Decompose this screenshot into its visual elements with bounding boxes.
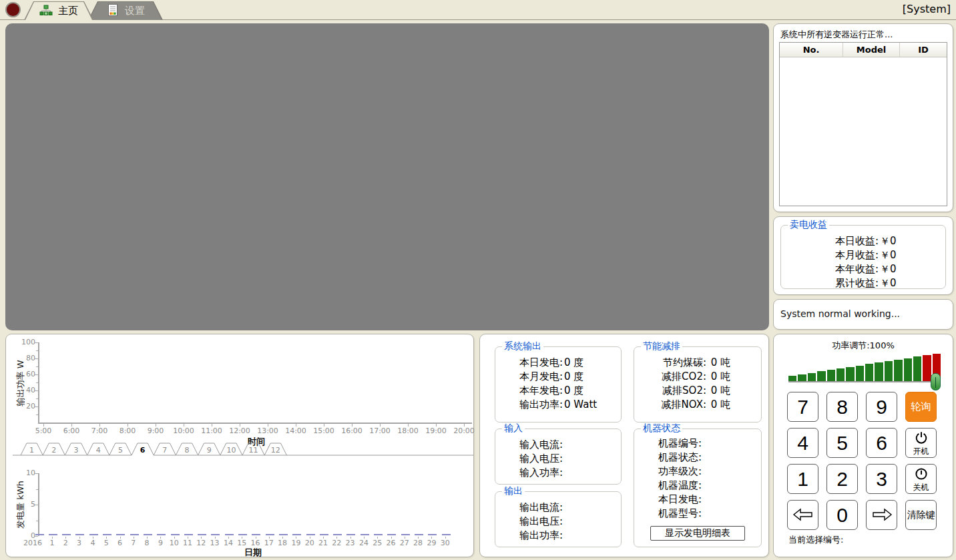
tab-home[interactable]: 主页 bbox=[24, 1, 93, 20]
chart2-y-tickmark bbox=[35, 505, 38, 505]
digit-1-button[interactable]: 1 bbox=[787, 464, 818, 494]
system-output-rows: 本日发电:0 度本月发电:0 度本年发电:0 度输出功率:0 Watt bbox=[495, 347, 621, 412]
chart2-x-tickmark bbox=[120, 537, 121, 539]
chart2-x-tick: 29 bbox=[425, 539, 438, 547]
chart2-x-tick: 13 bbox=[208, 539, 222, 547]
emission-rows: 节约煤碳: 0 吨减排CO2: 0 吨减排SO2: 0 吨减排NOX: 0 吨 bbox=[634, 347, 761, 412]
month-tab-label-9[interactable]: 9 bbox=[207, 446, 212, 455]
chart1-x-tickmark bbox=[184, 424, 184, 427]
power-slider-thumb[interactable] bbox=[931, 373, 941, 390]
month-tab-strip[interactable]: 123456789101112 bbox=[6, 441, 475, 457]
emission-title: 节能减排 bbox=[641, 340, 682, 352]
chart2-zero-bar bbox=[401, 534, 410, 535]
month-tab-label-11[interactable]: 11 bbox=[249, 446, 258, 455]
power-bar bbox=[827, 370, 835, 381]
chart2-x-tickmark bbox=[106, 537, 107, 539]
chart2-x-tick: 11 bbox=[181, 539, 194, 547]
digit-7-button[interactable]: 7 bbox=[787, 392, 818, 422]
chart2-zero-bar bbox=[442, 534, 451, 535]
month-tab-label-7[interactable]: 7 bbox=[162, 446, 167, 455]
field-label: 功率级次: bbox=[658, 465, 702, 479]
chart2-y-minortick bbox=[36, 521, 38, 521]
chart2-zero-bar bbox=[292, 534, 301, 535]
month-tab-label-3[interactable]: 3 bbox=[74, 446, 79, 455]
chart2-zero-bar bbox=[333, 534, 342, 535]
arrow-right-button[interactable] bbox=[866, 500, 897, 530]
arrow-right-icon bbox=[871, 504, 893, 527]
chart1-y-axis bbox=[38, 342, 39, 424]
tab-bar: 主页 设置 bbox=[24, 1, 163, 20]
field-row: 累计收益:￥0 bbox=[781, 276, 945, 290]
month-tab-label-6[interactable]: 6 bbox=[140, 446, 146, 455]
power-on-button[interactable]: 开机 bbox=[905, 428, 937, 458]
column-header-model[interactable]: Model bbox=[843, 43, 900, 57]
month-tab-label-12[interactable]: 12 bbox=[271, 446, 280, 455]
info-panel: 系统输出 本日发电:0 度本月发电:0 度本年发电:0 度输出功率:0 Watt… bbox=[479, 334, 769, 557]
digit-2-button[interactable]: 2 bbox=[826, 464, 858, 494]
field-value bbox=[563, 466, 564, 480]
field-row: 减排CO2: 0 吨 bbox=[634, 370, 761, 384]
chart1-x-axis bbox=[38, 423, 472, 424]
field-row: 本年收益:￥0 bbox=[781, 262, 945, 276]
digit-6-button[interactable]: 6 bbox=[866, 428, 897, 458]
field-value bbox=[702, 465, 703, 479]
month-tab-label-8[interactable]: 8 bbox=[185, 446, 190, 455]
chart2-y-axis bbox=[38, 473, 39, 536]
chart2-zero-bar bbox=[103, 534, 111, 535]
power-bar bbox=[836, 368, 845, 381]
field-value bbox=[702, 493, 703, 507]
digit-0-button[interactable]: 0 bbox=[826, 500, 858, 530]
column-header-no[interactable]: No. bbox=[780, 43, 843, 57]
field-label: 减排CO2: bbox=[634, 370, 706, 384]
month-tab-label-5[interactable]: 5 bbox=[118, 446, 123, 455]
digit-9-button[interactable]: 9 bbox=[866, 392, 897, 422]
digit-5-button[interactable]: 5 bbox=[826, 428, 858, 458]
field-value bbox=[702, 507, 703, 521]
chart2-x-tick: 8 bbox=[140, 539, 154, 547]
digit-4-button[interactable]: 4 bbox=[787, 428, 818, 458]
column-header-id[interactable]: ID bbox=[900, 43, 947, 57]
chart2-zero-bar bbox=[279, 534, 288, 535]
field-value: 0 吨 bbox=[706, 356, 730, 370]
power-slider-track[interactable] bbox=[788, 381, 941, 382]
month-tab-label-4[interactable]: 4 bbox=[96, 446, 101, 455]
field-label: 机器状态: bbox=[658, 451, 702, 465]
field-label: 本日发电: bbox=[658, 493, 702, 507]
main-display-area bbox=[5, 23, 769, 330]
chart2-x-tickmark bbox=[256, 537, 256, 539]
digit-3-button[interactable]: 3 bbox=[866, 464, 897, 494]
power-off-button[interactable]: 关机 bbox=[905, 464, 937, 494]
field-label: 本日发电: bbox=[519, 356, 563, 370]
chart1-x-tick: 6:00 bbox=[58, 427, 85, 435]
chart1-y-tick: 80 bbox=[15, 354, 35, 362]
digit-8-button[interactable]: 8 bbox=[826, 392, 858, 422]
month-tab-label-10[interactable]: 10 bbox=[226, 446, 236, 455]
field-value: 0 度 bbox=[563, 370, 583, 384]
field-value: 0 度 bbox=[563, 384, 583, 398]
field-value bbox=[702, 451, 703, 465]
chart1-x-tickmark bbox=[436, 424, 437, 427]
field-row: 减排SO2: 0 吨 bbox=[634, 384, 761, 398]
chart2-zero-bar bbox=[144, 534, 152, 535]
chart2-x-tickmark bbox=[215, 537, 216, 539]
poll-button[interactable]: 轮询 bbox=[905, 392, 937, 422]
power-bar bbox=[817, 371, 825, 381]
field-value bbox=[563, 529, 564, 543]
chart2-zero-bar bbox=[306, 534, 315, 535]
tab-settings[interactable]: 设置 bbox=[88, 1, 163, 20]
clear-button[interactable]: 清除键 bbox=[905, 500, 937, 530]
show-generation-detail-button[interactable]: 显示发电明细表 bbox=[650, 526, 745, 541]
field-value bbox=[563, 452, 564, 466]
arrow-left-button[interactable] bbox=[787, 500, 818, 530]
chart2-x-tick: 28 bbox=[411, 539, 425, 547]
chart1-y-tickmark bbox=[35, 374, 38, 375]
month-tab-label-1[interactable]: 1 bbox=[29, 446, 34, 455]
chart2-zero-bar bbox=[361, 534, 369, 535]
chart2-x-tick: 1 bbox=[45, 539, 59, 547]
chart2-zero-bar bbox=[387, 534, 396, 535]
month-tab-label-2[interactable]: 2 bbox=[51, 446, 56, 455]
field-row: 本日发电:0 度 bbox=[519, 356, 621, 370]
chart2-x-tick: 19 bbox=[289, 539, 302, 547]
chart1-x-tickmark bbox=[71, 424, 72, 427]
field-value: 0 Watt bbox=[563, 398, 597, 412]
